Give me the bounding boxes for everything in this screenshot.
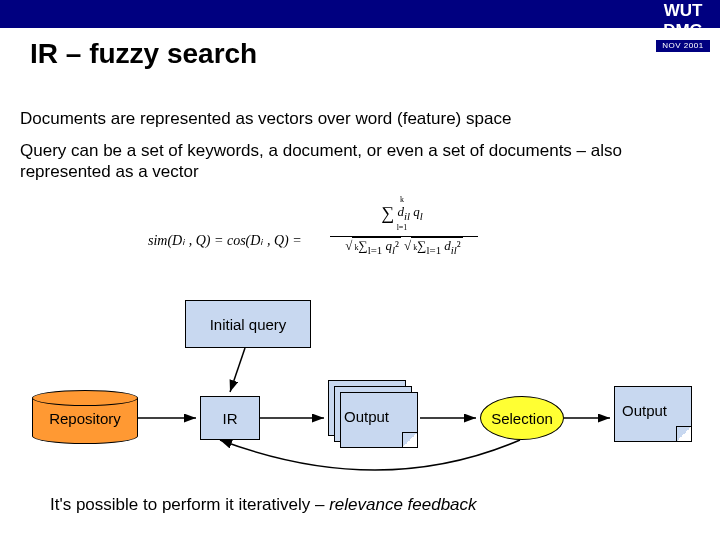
selection-ellipse: Selection — [480, 396, 564, 440]
formula-lhs: sim(Dᵢ , Q) = cos(Dᵢ , Q) = — [148, 232, 302, 249]
bottom-caption: It's possible to perform it iteratively … — [50, 495, 477, 515]
output1-label: Output — [344, 408, 389, 425]
header-bar — [0, 0, 720, 28]
corner-badge: WUT DMG NOV 2001 — [656, 0, 710, 52]
ir-box: IR — [200, 396, 260, 440]
slide-title: IR – fuzzy search — [30, 38, 257, 70]
caption-emphasis: relevance feedback — [329, 495, 476, 514]
repository-cylinder: Repository — [32, 390, 138, 446]
initial-query-label: Initial query — [210, 316, 287, 333]
flow-diagram: Initial query Repository IR Output Selec… — [20, 300, 700, 490]
caption-text: It's possible to perform it iteratively … — [50, 495, 329, 514]
repository-label: Repository — [32, 410, 138, 427]
ir-label: IR — [223, 410, 238, 427]
initial-query-box: Initial query — [185, 300, 311, 348]
badge-sub: NOV 2001 — [656, 40, 710, 52]
badge-line1: WUT — [656, 0, 710, 20]
cylinder-top — [32, 390, 138, 406]
formula-numerator: k ∑ dil ql l=1 — [372, 196, 432, 231]
paragraph-1: Documents are represented as vectors ove… — [20, 108, 660, 129]
badge-line2: DMG — [656, 20, 710, 40]
formula-denominator: √k∑l=1 ql² √k∑l=1 dil² — [330, 238, 478, 256]
selection-label: Selection — [491, 410, 553, 427]
similarity-formula: sim(Dᵢ , Q) = cos(Dᵢ , Q) = k ∑ dil ql l… — [140, 196, 480, 284]
paragraph-2: Query can be a set of keywords, a docume… — [20, 140, 660, 183]
output2-label: Output — [622, 402, 667, 419]
